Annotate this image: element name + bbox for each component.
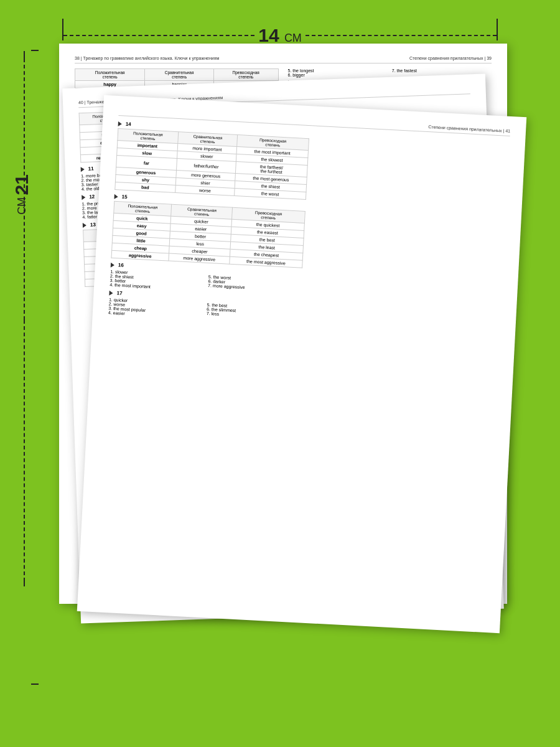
v-tick-top [24,51,25,59]
triangle-icon [118,121,122,126]
triangle-icon [111,262,114,267]
tick-bottom [31,684,39,685]
col-header-pos: Положительнаястепень [75,69,145,81]
front-right-col [309,131,510,336]
list-item: 7. the fastest [392,68,492,73]
page-front-content: 14 Положительнаястепень Сравнительнаясте… [108,121,510,336]
table-ex14: Положительнаястепень Сравнительнаястепен… [114,128,309,200]
v-tick-bottom [24,579,25,586]
tick-top [31,50,39,51]
h-measure-label: 14 СМ [258,25,302,46]
front-left-col: 14 Положительнаястепень Сравнительнаясте… [108,121,309,325]
triangle-icon [83,222,86,227]
triangle-icon [82,194,85,199]
page-40-41: Степени сравнения прилагательных | 41 14… [77,95,527,633]
page-back-header-right: Степени сравнения прилагательных | 39 [409,56,492,60]
col-header-comp: Сравнительнаястепень [145,69,214,81]
triangle-icon [81,166,85,171]
v-measure-label: 21 СМ [12,174,31,215]
table-ex15: Положительнаястепень Сравнительнаястепен… [111,201,305,268]
page-front-header-right: Степени сравнения прилагательных | 41 [428,125,510,133]
list-item: 6. bigger [288,73,388,77]
horizontal-measure: 14 СМ [62,25,498,46]
triangle-icon [114,194,118,199]
page-back-header: 38 | Тренажер по грамматике английского … [75,56,492,63]
triangle-icon [109,290,113,295]
list-item: 5. the longest [288,68,388,73]
page-back-header-left: 38 | Тренажер по грамматике английского … [75,56,219,60]
v-dashed-bottom [24,320,25,581]
col-header-super: Превосходнаястепень [213,69,278,81]
pages-container: 38 | Тренажер по грамматике английского … [53,44,548,710]
